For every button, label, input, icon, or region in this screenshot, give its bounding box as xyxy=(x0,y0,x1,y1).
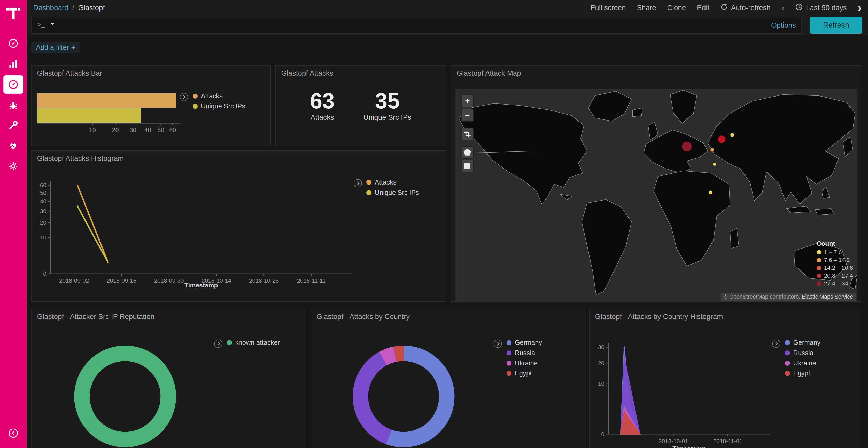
osm-link[interactable]: © OpenStreetMap xyxy=(723,294,768,300)
legend-item[interactable]: Attacks xyxy=(193,92,245,100)
panel-attacker-src-ip-reputation: Glastopf - Attacker Src IP Reputation kn… xyxy=(31,309,306,448)
gear-icon xyxy=(8,161,19,172)
svg-text:2018-10-01: 2018-10-01 xyxy=(658,438,688,444)
clone-button[interactable]: Clone xyxy=(667,4,686,12)
svg-text:2018-09-30: 2018-09-30 xyxy=(154,277,184,284)
map-legend-color-dot xyxy=(817,266,821,270)
legend-color-dot xyxy=(506,340,512,345)
sidebar-item-visualize[interactable] xyxy=(3,55,23,73)
sidebar-item-dashboard[interactable] xyxy=(3,75,23,94)
panel-title: Glastopf Attack Map xyxy=(451,66,861,79)
legend-item[interactable]: Ukraine xyxy=(506,359,542,367)
legend-item[interactable]: Russia xyxy=(506,349,542,357)
sidebar-collapse-button[interactable] xyxy=(3,424,23,443)
panel-title: Glastopf Attacks Bar xyxy=(32,66,270,79)
map-fit-bounds-button[interactable] xyxy=(461,128,474,140)
sidebar-item-discover[interactable] xyxy=(3,34,23,53)
svg-text:60: 60 xyxy=(169,127,176,133)
legend-toggle-icon[interactable] xyxy=(354,179,362,187)
legend-item[interactable]: Germany xyxy=(506,339,542,346)
legend-label: known attacker xyxy=(235,339,280,346)
map-rectangle-filter-button[interactable] xyxy=(461,160,474,172)
ems-link[interactable]: Elastic Maps Service xyxy=(802,294,853,300)
sidebar-item-monitoring[interactable] xyxy=(3,137,23,155)
reputation-donut-chart[interactable] xyxy=(70,341,181,448)
svg-text:20: 20 xyxy=(40,219,46,226)
sidebar-item-management[interactable] xyxy=(3,157,23,175)
legend-color-dot xyxy=(227,340,232,345)
legend-label: Attacks xyxy=(201,92,223,100)
legend-item[interactable]: Ukraine xyxy=(785,359,820,367)
auto-refresh-button[interactable]: Auto-refresh xyxy=(720,3,771,12)
sidebar-item-dev-tools[interactable] xyxy=(3,116,23,134)
sidebar-item-timelion[interactable] xyxy=(3,96,23,114)
svg-text:2018-09-16: 2018-09-16 xyxy=(107,277,136,284)
chart-legend: AttacksUnique Src IPs xyxy=(180,92,245,113)
metric-value: 35 xyxy=(364,89,411,112)
world-map[interactable] xyxy=(456,89,858,303)
legend-color-dot xyxy=(785,371,790,376)
metric-label: Unique Src IPs xyxy=(364,113,411,122)
legend-toggle-icon[interactable] xyxy=(214,340,222,348)
country-donut-chart[interactable] xyxy=(348,341,459,448)
legend-color-dot xyxy=(366,190,371,195)
panel-title: Glastopf Attacks xyxy=(276,66,445,79)
time-range-picker[interactable]: Last 90 days xyxy=(796,3,847,12)
share-button[interactable]: Share xyxy=(637,4,656,12)
time-back-chevron[interactable]: ‹ xyxy=(782,4,784,12)
legend-label: Egypt xyxy=(515,370,532,377)
svg-text:Timestamp: Timestamp xyxy=(673,445,706,448)
breadcrumb-current: Glastopf xyxy=(78,4,105,12)
svg-text:10: 10 xyxy=(40,234,46,241)
gauge-icon xyxy=(8,79,19,90)
map-zoom-in-button[interactable]: + xyxy=(461,95,474,107)
map-legend-range: 27.4 – 34 xyxy=(824,280,848,287)
breadcrumb-dashboard-link[interactable]: Dashboard xyxy=(33,4,68,12)
legend-item[interactable]: Unique Src IPs xyxy=(366,189,419,196)
legend-item[interactable]: known attacker xyxy=(227,339,280,346)
attack-map[interactable]: + − Count 1 – 7.67.6 – 14.214.2 – 20.820… xyxy=(456,89,858,303)
map-zoom-out-button[interactable]: − xyxy=(461,109,474,122)
telekom-logo xyxy=(5,4,22,24)
attacks-histogram-chart[interactable]: 01020304050602018-09-022018-09-162018-09… xyxy=(32,151,445,302)
legend-item[interactable]: Russia xyxy=(785,349,820,357)
bug-icon xyxy=(8,99,19,110)
svg-text:30: 30 xyxy=(129,127,136,133)
svg-text:20: 20 xyxy=(112,127,119,133)
metric-label: Attacks xyxy=(310,113,335,122)
collapse-icon xyxy=(8,427,19,439)
app-sidebar xyxy=(0,0,27,448)
search-query-input[interactable]: >_ * Options xyxy=(31,17,802,33)
legend-color-dot xyxy=(193,94,197,99)
legend-item[interactable]: Egypt xyxy=(506,370,542,377)
map-legend-range: 20.8 – 27.4 xyxy=(824,273,853,279)
legend-toggle-icon[interactable] xyxy=(494,340,502,348)
legend-item[interactable]: Egypt xyxy=(785,370,820,377)
edit-button[interactable]: Edit xyxy=(697,4,709,12)
breadcrumb-separator: / xyxy=(72,4,74,12)
add-filter-link[interactable]: Add a filter+ xyxy=(31,42,80,54)
legend-label: Ukraine xyxy=(793,359,816,367)
legend-toggle-icon[interactable] xyxy=(180,93,188,101)
plus-icon: + xyxy=(71,44,75,51)
rectangle-icon xyxy=(463,162,471,170)
legend-item[interactable]: Germany xyxy=(785,339,820,346)
map-attribution: © OpenStreetMap contributors, Elastic Ma… xyxy=(721,293,856,301)
svg-text:0: 0 xyxy=(43,271,46,277)
full-screen-button[interactable]: Full screen xyxy=(591,4,626,12)
query-options-link[interactable]: Options xyxy=(771,21,796,29)
legend-toggle-icon[interactable] xyxy=(772,340,780,348)
legend-color-dot xyxy=(785,361,790,366)
time-forward-chevron[interactable]: › xyxy=(858,3,862,13)
legend-item[interactable]: Unique Src IPs xyxy=(193,102,245,110)
legend-item[interactable]: Attacks xyxy=(366,179,419,186)
map-legend-item: 27.4 – 34 xyxy=(817,280,853,287)
map-polygon-filter-button[interactable] xyxy=(461,146,474,159)
query-bar: >_ * Options Refresh xyxy=(27,15,868,35)
panel-attacks-by-country-histogram: Glastopf - Attacks by Country Histogram … xyxy=(589,309,861,448)
panel-title: Glastopf - Attacks by Country xyxy=(311,309,586,323)
panel-glastopf-attack-map: Glastopf Attack Map xyxy=(451,65,861,302)
refresh-button[interactable]: Refresh xyxy=(810,17,862,33)
wrench-icon xyxy=(8,120,19,131)
panel-glastopf-attacks-histogram: Glastopf Attacks Histogram 0102030405060… xyxy=(31,150,446,302)
